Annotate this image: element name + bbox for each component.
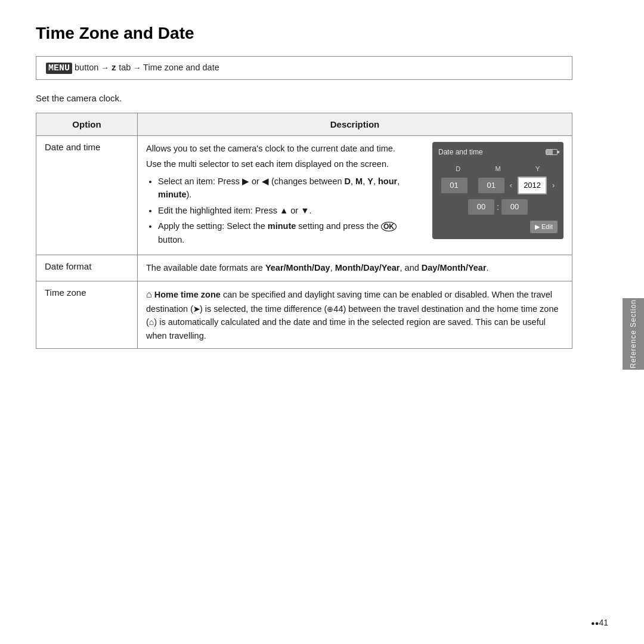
d-value: 01 bbox=[441, 178, 467, 193]
col-option-header: Option bbox=[36, 113, 138, 136]
camera-ui-header: Date and time bbox=[438, 147, 558, 158]
desc-time-zone: ⌂ Home time zone can be specified and da… bbox=[138, 281, 572, 348]
edit-icon: ▶ bbox=[535, 223, 540, 230]
menu-path-box: MENU button → z tab → Time zone and date bbox=[36, 56, 572, 80]
m-value: 01 bbox=[478, 178, 504, 193]
option-date-format: Date format bbox=[36, 255, 138, 281]
camera-ui-title: Date and time bbox=[438, 147, 483, 158]
reference-section-tab: Reference Section bbox=[623, 298, 644, 370]
m-label: M bbox=[483, 164, 513, 174]
camera-ui-battery bbox=[546, 149, 558, 155]
page-number: ●●41 bbox=[591, 618, 608, 627]
info-table: Option Description Date and time Allows … bbox=[36, 113, 572, 349]
camera-ui-date-values: 01 01 ‹ 2012 › bbox=[438, 177, 558, 194]
page-icon-2: ● bbox=[595, 620, 599, 627]
intro-text: Set the camera clock. bbox=[36, 93, 572, 103]
page-icon-1: ● bbox=[591, 620, 595, 627]
option-date-and-time: Date and time bbox=[36, 136, 138, 255]
page-title: Time Zone and Date bbox=[36, 24, 572, 43]
table-row: Date and time Allows you to set the came… bbox=[36, 136, 572, 255]
min-value: 00 bbox=[501, 199, 528, 215]
camera-ui-footer: ▶Edit bbox=[438, 221, 558, 233]
col-description-header: Description bbox=[138, 113, 572, 136]
camera-ui-edit-button: ▶Edit bbox=[530, 221, 558, 233]
desc-date-format: The available date formats are Year/Mont… bbox=[138, 255, 572, 281]
time-colon: : bbox=[497, 200, 499, 213]
table-row: Date format The available date formats a… bbox=[36, 255, 572, 281]
desc-date-and-time: Allows you to set the camera's clock to … bbox=[138, 136, 572, 255]
desc-text-date: Allows you to set the camera's clock to … bbox=[146, 142, 420, 249]
menu-keyword: MENU bbox=[46, 63, 72, 74]
camera-ui-time-values: 00 : 00 bbox=[438, 199, 558, 215]
y-label: Y bbox=[523, 164, 553, 174]
camera-ui-dmy-labels: D M Y bbox=[438, 164, 558, 174]
menu-path-text: button → z tab → Time zone and date bbox=[75, 63, 219, 72]
d-label: D bbox=[443, 164, 473, 174]
table-row: Time zone ⌂ Home time zone can be specif… bbox=[36, 281, 572, 348]
reference-section-label: Reference Section bbox=[629, 299, 637, 369]
y-value: 2012 bbox=[518, 177, 547, 194]
camera-ui-mockup: Date and time D M Y 01 bbox=[432, 142, 564, 239]
hour-value: 00 bbox=[468, 199, 494, 215]
option-time-zone: Time zone bbox=[36, 281, 138, 348]
